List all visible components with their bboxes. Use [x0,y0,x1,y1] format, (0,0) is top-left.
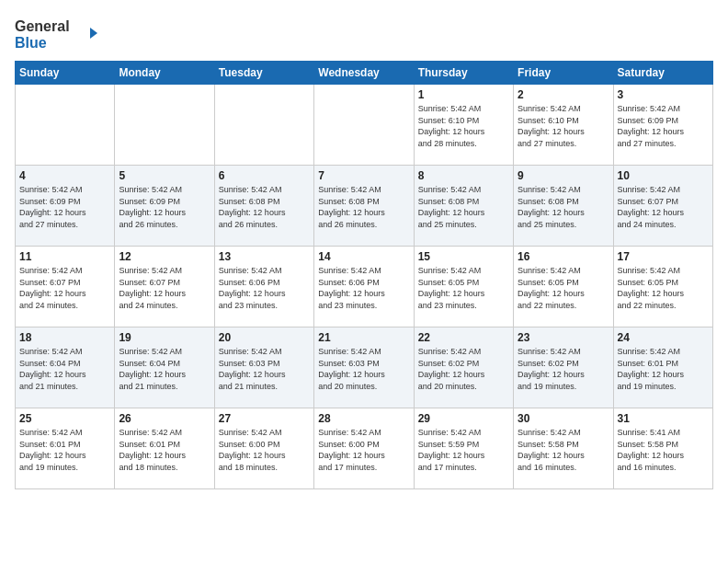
day-info: Sunrise: 5:42 AM Sunset: 6:07 PM Dayligh… [618,184,709,230]
calendar-cell: 13Sunrise: 5:42 AM Sunset: 6:06 PM Dayli… [214,247,313,327]
calendar-cell: 4Sunrise: 5:42 AM Sunset: 6:09 PM Daylig… [16,166,115,247]
day-number: 22 [418,331,509,344]
day-number: 9 [518,169,609,182]
day-info: Sunrise: 5:42 AM Sunset: 6:08 PM Dayligh… [518,184,609,230]
day-number: 1 [418,88,509,101]
day-number: 30 [518,412,609,425]
calendar-cell: 25Sunrise: 5:42 AM Sunset: 6:01 PM Dayli… [16,408,115,489]
day-info: Sunrise: 5:42 AM Sunset: 6:01 PM Dayligh… [618,346,709,392]
day-info: Sunrise: 5:42 AM Sunset: 6:08 PM Dayligh… [418,184,509,230]
day-number: 6 [219,169,310,182]
calendar-cell: 30Sunrise: 5:42 AM Sunset: 5:58 PM Dayli… [514,408,613,489]
day-info: Sunrise: 5:42 AM Sunset: 6:03 PM Dayligh… [219,346,310,392]
svg-text:Blue: Blue [15,35,47,51]
calendar-cell: 27Sunrise: 5:42 AM Sunset: 6:00 PM Dayli… [214,408,313,489]
day-number: 7 [318,169,409,182]
day-info: Sunrise: 5:42 AM Sunset: 6:04 PM Dayligh… [119,346,210,392]
calendar-cell: 1Sunrise: 5:42 AM Sunset: 6:10 PM Daylig… [414,85,513,166]
day-info: Sunrise: 5:42 AM Sunset: 6:00 PM Dayligh… [318,427,409,473]
day-info: Sunrise: 5:42 AM Sunset: 6:09 PM Dayligh… [19,184,110,230]
day-info: Sunrise: 5:42 AM Sunset: 6:09 PM Dayligh… [119,184,210,230]
logo-svg: General Blue [15,15,97,52]
calendar-week-5: 25Sunrise: 5:42 AM Sunset: 6:01 PM Dayli… [16,408,713,489]
calendar-week-4: 18Sunrise: 5:42 AM Sunset: 6:04 PM Dayli… [16,327,713,408]
day-number: 21 [318,331,409,344]
calendar-week-3: 11Sunrise: 5:42 AM Sunset: 6:07 PM Dayli… [16,247,713,327]
day-number: 5 [119,169,210,182]
calendar-header: SundayMondayTuesdayWednesdayThursdayFrid… [16,62,713,85]
day-info: Sunrise: 5:42 AM Sunset: 6:07 PM Dayligh… [19,265,110,311]
calendar-table: SundayMondayTuesdayWednesdayThursdayFrid… [15,61,713,489]
day-info: Sunrise: 5:42 AM Sunset: 6:01 PM Dayligh… [19,427,110,473]
weekday-header-sunday: Sunday [16,62,115,85]
day-number: 14 [318,250,409,263]
day-number: 18 [19,331,110,344]
calendar-cell: 23Sunrise: 5:42 AM Sunset: 6:02 PM Dayli… [514,327,613,408]
day-info: Sunrise: 5:42 AM Sunset: 6:10 PM Dayligh… [418,103,509,149]
calendar-cell [115,85,214,166]
calendar-cell: 10Sunrise: 5:42 AM Sunset: 6:07 PM Dayli… [613,166,712,247]
svg-text:General: General [15,18,70,34]
calendar-cell: 5Sunrise: 5:42 AM Sunset: 6:09 PM Daylig… [115,166,214,247]
day-info: Sunrise: 5:42 AM Sunset: 6:10 PM Dayligh… [518,103,609,149]
calendar-cell [314,85,414,166]
day-info: Sunrise: 5:42 AM Sunset: 6:05 PM Dayligh… [518,265,609,311]
weekday-header-monday: Monday [115,62,214,85]
day-info: Sunrise: 5:42 AM Sunset: 6:01 PM Dayligh… [119,427,210,473]
weekday-header-thursday: Thursday [414,62,513,85]
weekday-header-friday: Friday [514,62,613,85]
day-number: 26 [119,412,210,425]
calendar-cell: 31Sunrise: 5:41 AM Sunset: 5:58 PM Dayli… [613,408,712,489]
day-number: 20 [219,331,310,344]
day-info: Sunrise: 5:42 AM Sunset: 6:04 PM Dayligh… [19,346,110,392]
day-number: 3 [618,88,709,101]
calendar-cell: 22Sunrise: 5:42 AM Sunset: 6:02 PM Dayli… [414,327,513,408]
day-number: 15 [418,250,509,263]
day-number: 24 [618,331,709,344]
calendar-cell: 15Sunrise: 5:42 AM Sunset: 6:05 PM Dayli… [414,247,513,327]
weekday-header-wednesday: Wednesday [314,62,414,85]
day-info: Sunrise: 5:42 AM Sunset: 6:08 PM Dayligh… [318,184,409,230]
calendar-cell: 8Sunrise: 5:42 AM Sunset: 6:08 PM Daylig… [414,166,513,247]
day-number: 19 [119,331,210,344]
calendar-cell: 17Sunrise: 5:42 AM Sunset: 6:05 PM Dayli… [613,247,712,327]
day-info: Sunrise: 5:42 AM Sunset: 6:02 PM Dayligh… [518,346,609,392]
day-info: Sunrise: 5:42 AM Sunset: 6:03 PM Dayligh… [318,346,409,392]
day-number: 11 [19,250,110,263]
weekday-header-tuesday: Tuesday [214,62,313,85]
calendar-week-2: 4Sunrise: 5:42 AM Sunset: 6:09 PM Daylig… [16,166,713,247]
calendar-cell: 14Sunrise: 5:42 AM Sunset: 6:06 PM Dayli… [314,247,414,327]
day-info: Sunrise: 5:42 AM Sunset: 6:06 PM Dayligh… [219,265,310,311]
day-info: Sunrise: 5:42 AM Sunset: 6:08 PM Dayligh… [219,184,310,230]
day-info: Sunrise: 5:42 AM Sunset: 6:06 PM Dayligh… [318,265,409,311]
calendar-cell [214,85,313,166]
calendar-cell: 12Sunrise: 5:42 AM Sunset: 6:07 PM Dayli… [115,247,214,327]
day-number: 27 [219,412,310,425]
calendar-cell: 26Sunrise: 5:42 AM Sunset: 6:01 PM Dayli… [115,408,214,489]
calendar-cell: 16Sunrise: 5:42 AM Sunset: 6:05 PM Dayli… [514,247,613,327]
day-info: Sunrise: 5:42 AM Sunset: 5:58 PM Dayligh… [518,427,609,473]
calendar-cell: 11Sunrise: 5:42 AM Sunset: 6:07 PM Dayli… [16,247,115,327]
day-number: 31 [618,412,709,425]
day-number: 28 [318,412,409,425]
calendar-cell: 24Sunrise: 5:42 AM Sunset: 6:01 PM Dayli… [613,327,712,408]
day-info: Sunrise: 5:42 AM Sunset: 6:09 PM Dayligh… [618,103,709,149]
weekday-header-saturday: Saturday [613,62,712,85]
calendar-body: 1Sunrise: 5:42 AM Sunset: 6:10 PM Daylig… [16,85,713,489]
calendar-cell: 18Sunrise: 5:42 AM Sunset: 6:04 PM Dayli… [16,327,115,408]
day-number: 16 [518,250,609,263]
calendar-cell: 29Sunrise: 5:42 AM Sunset: 5:59 PM Dayli… [414,408,513,489]
calendar-cell: 21Sunrise: 5:42 AM Sunset: 6:03 PM Dayli… [314,327,414,408]
calendar-cell: 9Sunrise: 5:42 AM Sunset: 6:08 PM Daylig… [514,166,613,247]
day-info: Sunrise: 5:42 AM Sunset: 6:07 PM Dayligh… [119,265,210,311]
day-info: Sunrise: 5:42 AM Sunset: 6:00 PM Dayligh… [219,427,310,473]
day-number: 29 [418,412,509,425]
calendar-cell: 3Sunrise: 5:42 AM Sunset: 6:09 PM Daylig… [613,85,712,166]
calendar-cell: 20Sunrise: 5:42 AM Sunset: 6:03 PM Dayli… [214,327,313,408]
calendar-week-1: 1Sunrise: 5:42 AM Sunset: 6:10 PM Daylig… [16,85,713,166]
day-number: 17 [618,250,709,263]
calendar-cell: 28Sunrise: 5:42 AM Sunset: 6:00 PM Dayli… [314,408,414,489]
svg-marker-2 [90,28,97,39]
day-number: 23 [518,331,609,344]
day-info: Sunrise: 5:42 AM Sunset: 6:05 PM Dayligh… [418,265,509,311]
